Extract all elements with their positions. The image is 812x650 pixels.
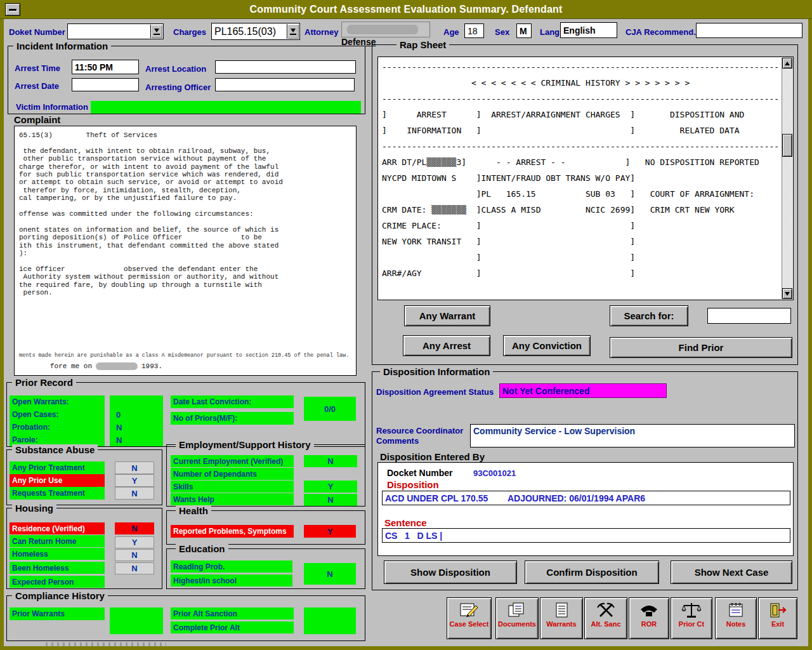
- warrants-icon: [551, 601, 572, 619]
- disposition-value: ACD UNDER CPL 170.55 ADJOURNED: 06/01/19…: [383, 493, 648, 503]
- probation-value: N: [116, 421, 122, 434]
- rap-sheet-scrollbar[interactable]: [782, 58, 792, 299]
- victim-information-label: Victim Information: [16, 102, 88, 112]
- housing-group: Housing Residence (Verified) Can Return …: [6, 508, 162, 589]
- cja-recommend-label: CJA Recommend.: [625, 27, 696, 37]
- charges-value: PL165.15(03): [212, 26, 278, 37]
- scrollbar-thumb[interactable]: [782, 134, 792, 157]
- rap-sheet-textarea[interactable]: ----------------------------------------…: [377, 56, 794, 300]
- health-group: Health Reported Problems, Symptoms Y: [166, 510, 365, 545]
- arresting-officer-field[interactable]: [215, 78, 355, 91]
- incident-information-group: Incident Information Arrest Time 11:50 P…: [8, 46, 365, 114]
- documents-label: Documents: [498, 620, 536, 628]
- any-warrant-button[interactable]: Any Warrant: [404, 305, 490, 326]
- docket-dropdown-icon[interactable]: [150, 25, 162, 38]
- ror-button[interactable]: ROR: [629, 597, 669, 639]
- requests-treatment-label: Requests Treatment: [10, 487, 105, 500]
- prior-court-label: Prior Ct: [679, 620, 704, 628]
- sentence-value-field[interactable]: CS 1 D LS |: [382, 528, 790, 543]
- charges-dropdown-icon[interactable]: [287, 24, 299, 39]
- disposition-docket-value: 93C001021: [473, 468, 516, 478]
- housing-title: Housing: [12, 503, 56, 514]
- arrest-location-field[interactable]: [215, 60, 356, 74]
- prior-court-button[interactable]: Prior Ct: [671, 597, 712, 639]
- sex-value: M: [517, 26, 530, 36]
- notes-icon: [726, 601, 746, 619]
- health-title: Health: [176, 505, 211, 516]
- exit-button[interactable]: Exit: [758, 597, 797, 639]
- incident-group-title: Incident Information: [13, 41, 111, 51]
- current-employment-value: N: [304, 455, 357, 467]
- parole-value: N: [116, 434, 122, 446]
- cja-recommend-field[interactable]: [696, 23, 802, 38]
- sex-field[interactable]: M: [516, 23, 532, 38]
- probation-label: Probation:: [10, 421, 105, 434]
- prior-warrants-label: Prior Warrants: [10, 607, 105, 620]
- docket-number-combobox[interactable]: [67, 23, 164, 39]
- notes-label: Notes: [726, 620, 746, 628]
- disposition-entered-by-title: Disposition Entered By: [380, 451, 485, 462]
- alt-sanction-label: Alt. Sanc: [591, 620, 620, 628]
- agreement-status-field: Not Yet Conferenced: [499, 383, 667, 398]
- education-value: N: [304, 563, 356, 585]
- employment-title: Employment/Support History: [176, 439, 314, 450]
- arrest-location-label: Arrest Location: [145, 64, 206, 74]
- any-arrest-button[interactable]: Any Arrest: [403, 335, 490, 356]
- show-next-case-button[interactable]: Show Next Case: [671, 560, 792, 584]
- disposition-docket-label: Docket Number: [387, 468, 452, 478]
- any-prior-use-value: Y: [115, 474, 154, 487]
- language-field[interactable]: English: [560, 22, 617, 38]
- warrants-button[interactable]: Warrants: [540, 597, 583, 639]
- attorney-field[interactable]: [341, 22, 430, 37]
- victim-information-field: [91, 101, 361, 114]
- control-menu-button[interactable]: [5, 3, 20, 16]
- resource-coordinator-comment: Community Service - Low Supervision: [471, 425, 638, 436]
- age-field[interactable]: 18: [464, 23, 484, 38]
- compliance-history-group: Compliance History Prior Warrants Prior …: [6, 595, 365, 641]
- language-label: Lang.: [540, 27, 562, 37]
- sentence-value: CS 1 D LS |: [383, 531, 445, 541]
- notes-button[interactable]: Notes: [715, 597, 757, 639]
- rap-sheet-group: Rap Sheet ------------------------------…: [372, 44, 798, 365]
- case-select-button[interactable]: Case Select: [447, 597, 492, 639]
- alt-sanction-button[interactable]: Alt. Sanc: [584, 597, 627, 639]
- arrest-time-field[interactable]: 11:50 PM: [72, 60, 139, 74]
- documents-button[interactable]: Documents: [495, 597, 539, 639]
- case-select-icon: [459, 601, 480, 619]
- charges-combobox[interactable]: PL165.15(03): [211, 23, 300, 40]
- any-conviction-button[interactable]: Any Conviction: [503, 335, 591, 356]
- can-return-home-label: Can Return Home: [10, 535, 105, 547]
- search-for-button[interactable]: Search for:: [610, 305, 688, 326]
- open-cases-label: Open Cases:: [10, 408, 105, 421]
- prior-record-values-box: 0 N N: [110, 395, 163, 446]
- alt-sanction-icon: [596, 601, 616, 619]
- age-label: Age: [443, 27, 459, 37]
- residence-verified-label: Residence (Verified): [10, 522, 105, 534]
- background-window-fragment: [46, 642, 166, 646]
- search-input[interactable]: [707, 308, 791, 324]
- show-disposition-button[interactable]: Show Disposition: [384, 560, 517, 584]
- scroll-up-button[interactable]: [782, 58, 792, 69]
- find-prior-button[interactable]: Find Prior: [610, 337, 792, 358]
- disposition-information-group: Disposition Information Disposition Agre…: [372, 371, 798, 590]
- arresting-officer-label: Arresting Officer: [145, 83, 211, 92]
- current-employment-label: Current Employment (Verified): [171, 455, 294, 467]
- expected-person-label: Expected Person: [10, 576, 105, 588]
- disposition-entered-panel: Docket Number 93C001021 Disposition ACD …: [377, 462, 794, 556]
- education-group: Education Reading Prob. Highest/in schoo…: [166, 548, 365, 589]
- case-select-label: Case Select: [450, 620, 489, 628]
- any-prior-use-label: Any Prior Use: [10, 474, 105, 487]
- substance-abuse-title: Substance Abuse: [12, 444, 98, 455]
- disposition-value-field[interactable]: ACD UNDER CPL 170.55 ADJOURNED: 06/01/19…: [382, 491, 790, 505]
- signature-post-text: 1993.: [141, 362, 162, 370]
- reported-problems-value: Y: [304, 525, 356, 538]
- resource-coordinator-comments-field[interactable]: Community Service - Low Supervision: [470, 424, 795, 448]
- confirm-disposition-button[interactable]: Confirm Disposition: [525, 560, 659, 584]
- dependants-label: Number of Dependants: [171, 468, 294, 480]
- age-value: 18: [465, 26, 480, 36]
- reported-problems-label: Reported Problems, Symptoms: [171, 525, 294, 538]
- complaint-text: 65.15(3) Theft of Services the defendant…: [19, 131, 283, 297]
- ror-label: ROR: [641, 620, 657, 628]
- arrest-date-field[interactable]: [72, 78, 139, 91]
- scroll-down-button[interactable]: [782, 288, 792, 299]
